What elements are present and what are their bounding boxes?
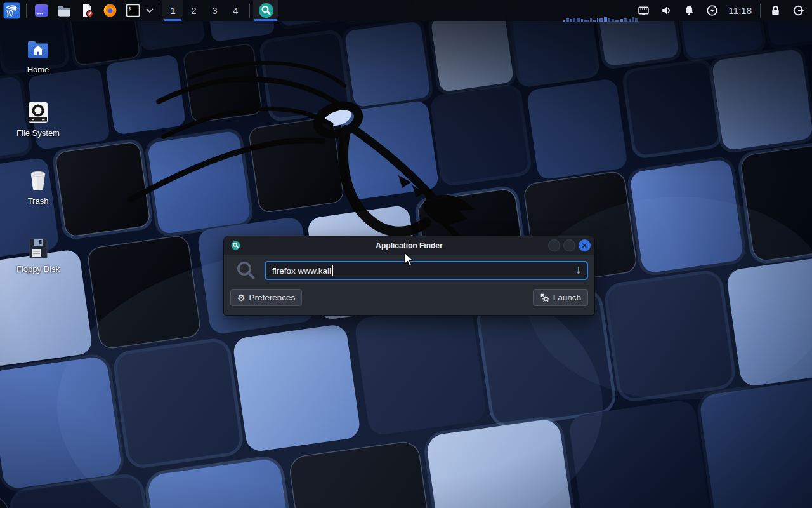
workspace-button-1[interactable]: 1: [162, 0, 183, 21]
desktop-icon-label: File System: [16, 128, 60, 138]
app-finder-window-icon: [231, 241, 240, 250]
top-panel: $_ 1 2 3 4: [0, 0, 812, 21]
volume-icon: [660, 4, 673, 17]
floppy-disk-icon: [25, 235, 51, 262]
filesystem-drive-icon: [25, 99, 51, 126]
desktop-icon-trash[interactable]: Trash: [11, 167, 65, 206]
logout-icon: [792, 4, 805, 17]
power-bolt-icon: [705, 4, 719, 17]
panel-separator: [26, 4, 27, 18]
workspace-label: 2: [191, 5, 196, 16]
firefox-icon: [103, 3, 117, 18]
bell-icon: [683, 4, 696, 17]
text-editor-icon: [80, 3, 95, 18]
lock-icon: [769, 4, 782, 17]
preferences-button[interactable]: ⚙ Preferences: [230, 289, 302, 306]
workspace-label: 1: [170, 5, 175, 16]
gear-icon: ⚙: [237, 293, 246, 302]
maximize-button[interactable]: [563, 239, 575, 251]
text-caret: [332, 265, 333, 276]
minimize-button[interactable]: [548, 239, 560, 251]
entry-history-dropdown-icon[interactable]: ↓: [574, 265, 582, 276]
clock[interactable]: 11:18: [724, 5, 757, 16]
run-icon: [540, 293, 549, 302]
launch-button[interactable]: Launch: [533, 289, 588, 306]
workspace-button-2[interactable]: 2: [183, 0, 204, 21]
taskbar-button-application-finder[interactable]: [253, 0, 278, 21]
desktop-icon-file-system[interactable]: File System: [11, 99, 65, 138]
terminal-icon: $_: [126, 3, 140, 18]
workspace-switcher: 1 2 3 4: [162, 0, 246, 21]
desktop-icon-floppy-disk[interactable]: Floppy Disk: [11, 235, 65, 274]
application-finder-window: Application Finder ✕ firefox www.kali ↓: [223, 236, 595, 316]
launcher-file-manager[interactable]: [53, 0, 75, 21]
launcher-firefox[interactable]: [98, 0, 121, 21]
terminal-window-icon: [34, 3, 49, 18]
workspace-button-3[interactable]: 3: [204, 0, 225, 21]
applications-menu-button[interactable]: [0, 0, 23, 21]
workspace-label: 3: [212, 5, 217, 16]
app-finder-icon: [258, 3, 274, 18]
wallpaper-artifact-strip: [563, 17, 658, 22]
panel-separator: [159, 4, 159, 18]
launcher-text-editor[interactable]: [75, 0, 98, 21]
workspace-label: 4: [233, 5, 238, 16]
chevron-down-icon: [146, 8, 154, 13]
desktop-icon-label: Floppy Disk: [16, 264, 60, 274]
preferences-button-label: Preferences: [249, 293, 296, 302]
launcher-dropdown[interactable]: [144, 0, 155, 21]
mouse-cursor: [402, 251, 416, 267]
panel-separator: [760, 4, 761, 18]
window-controls: ✕: [548, 236, 591, 255]
lock-screen-button[interactable]: [764, 0, 787, 21]
search-input[interactable]: firefox www.kali ↓: [265, 261, 588, 280]
search-input-value: firefox www.kali: [272, 266, 331, 276]
launcher-terminal-window[interactable]: [30, 0, 53, 21]
panel-left: $_ 1 2 3 4: [0, 0, 278, 21]
folder-icon: [57, 3, 72, 18]
window-title: Application Finder: [224, 241, 594, 250]
search-icon: [235, 260, 257, 281]
panel-separator: [249, 4, 250, 18]
app-finder-buttons: ⚙ Preferences Launch: [224, 281, 594, 306]
desktop-icon-home[interactable]: Home: [11, 37, 65, 75]
desktop-icon-label: Trash: [28, 196, 49, 206]
panel-status-area: 11:18: [632, 0, 812, 21]
close-icon: ✕: [581, 242, 587, 250]
logout-button[interactable]: [787, 0, 809, 21]
svg-text:$_: $_: [128, 6, 134, 11]
trash-icon: [25, 167, 51, 194]
kali-logo-icon: [3, 2, 20, 19]
network-icon: [637, 4, 650, 17]
launcher-terminal[interactable]: $_: [121, 0, 144, 21]
desktop-icon-label: Home: [27, 65, 49, 74]
notifications-button[interactable]: [678, 0, 701, 21]
close-button[interactable]: ✕: [579, 239, 591, 251]
workspace-button-4[interactable]: 4: [225, 0, 246, 21]
power-manager-button[interactable]: [701, 0, 724, 21]
launch-button-label: Launch: [553, 293, 581, 302]
home-folder-icon: [25, 37, 51, 62]
desktop: $_ 1 2 3 4: [0, 0, 812, 508]
